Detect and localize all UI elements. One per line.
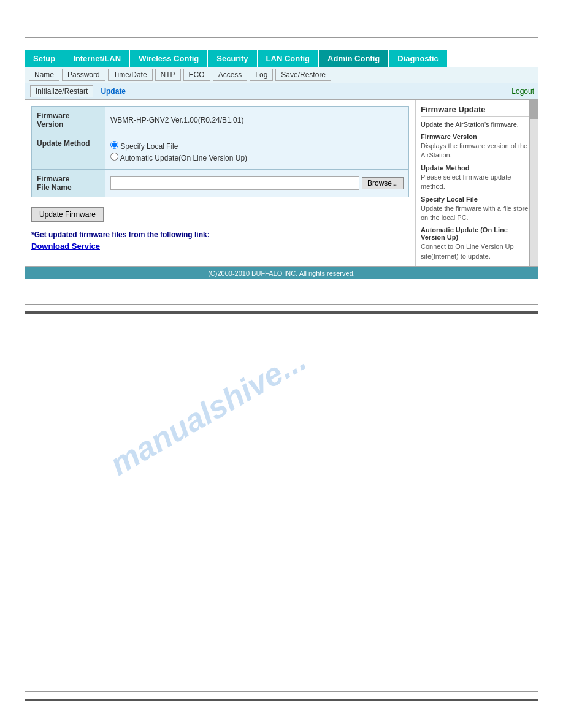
help-section-title-3: Automatic Update (On Line Version Up) bbox=[421, 226, 533, 241]
tab-security[interactable]: Security bbox=[208, 50, 257, 67]
logout-link[interactable]: Logout bbox=[511, 87, 534, 96]
subtab-save-restore[interactable]: Save/Restore bbox=[275, 69, 331, 81]
footer-bar: (C)2000-2010 BUFFALO INC. All rights res… bbox=[25, 267, 538, 279]
bottom-rule-3 bbox=[25, 691, 538, 692]
subtab-log[interactable]: Log bbox=[250, 69, 273, 81]
help-panel: Firmware Update Update the AirStation's … bbox=[415, 100, 538, 266]
subtab-ntp[interactable]: NTP bbox=[155, 69, 181, 81]
firmware-version-row: FirmwareVersion WBMR-HP-GNV2 Ver.1.00(R0… bbox=[32, 107, 409, 134]
update-method-label: Update Method bbox=[32, 134, 105, 170]
subtab-eco[interactable]: ECO bbox=[183, 69, 210, 81]
firmware-filename-row: FirmwareFile Name Browse... bbox=[32, 170, 409, 197]
tab-lan-config[interactable]: LAN Config bbox=[258, 50, 319, 67]
subtab-update[interactable]: Update bbox=[96, 86, 131, 97]
radio-local-file-text: Specify Local File bbox=[120, 142, 178, 151]
firmware-file-input[interactable] bbox=[110, 176, 359, 190]
bottom-rule-1 bbox=[25, 304, 538, 305]
scrollbar-thumb bbox=[530, 100, 538, 119]
sub-tabs-row2: Initialize/Restart Update Logout bbox=[25, 83, 538, 100]
main-panel-layout: FirmwareVersion WBMR-HP-GNV2 Ver.1.00(R0… bbox=[25, 100, 538, 267]
help-section-text-2: Update the firmware with a file stored o… bbox=[421, 204, 533, 223]
subtab-access[interactable]: Access bbox=[213, 69, 248, 81]
help-section-text-0: Displays the firmware version of the Air… bbox=[421, 142, 533, 161]
browse-button[interactable]: Browse... bbox=[362, 177, 404, 189]
sub-tabs-row1: Name Password Time/Date NTP ECO Access L… bbox=[25, 67, 538, 83]
firmware-filename-value: Browse... bbox=[105, 170, 409, 197]
firmware-version-label: FirmwareVersion bbox=[32, 107, 105, 134]
update-firmware-button[interactable]: Update Firmware bbox=[31, 207, 104, 222]
main-nav: Setup Internet/LAN Wireless Config Secur… bbox=[25, 50, 538, 67]
help-section-local-file: Specify Local File Update the firmware w… bbox=[421, 195, 533, 223]
help-section-title-2: Specify Local File bbox=[421, 195, 533, 203]
tab-internet-lan[interactable]: Internet/LAN bbox=[64, 50, 130, 67]
help-intro: Update the AirStation's firmware. bbox=[421, 121, 533, 128]
tab-diagnostic[interactable]: Diagnostic bbox=[389, 50, 447, 67]
firmware-filename-label: FirmwareFile Name bbox=[32, 170, 105, 197]
radio-local-file[interactable] bbox=[110, 141, 118, 149]
firmware-version-text: WBMR-HP-GNV2 Ver.1.00(R0.24/B1.01) bbox=[110, 116, 243, 124]
radio-auto-update-label[interactable]: Automatic Update(On Line Version Up) bbox=[110, 153, 404, 162]
update-method-row: Update Method Specify Local File Automat… bbox=[32, 134, 409, 170]
help-section-update-method: Update Method Please select firmware upd… bbox=[421, 164, 533, 192]
help-section-firmware-version: Firmware Version Displays the firmware v… bbox=[421, 133, 533, 161]
tab-setup[interactable]: Setup bbox=[25, 50, 64, 67]
help-title: Firmware Update bbox=[421, 105, 533, 117]
help-section-title-1: Update Method bbox=[421, 164, 533, 172]
tab-admin-config[interactable]: Admin Config bbox=[319, 50, 389, 67]
subtab-initialize-restart[interactable]: Initialize/Restart bbox=[30, 85, 93, 97]
bottom-rule-4 bbox=[25, 699, 538, 701]
help-section-title-0: Firmware Version bbox=[421, 133, 533, 140]
scrollbar[interactable] bbox=[529, 100, 538, 266]
help-section-text-3: Connect to On Line Version Up site(Inter… bbox=[421, 242, 533, 261]
subtab-timedate[interactable]: Time/Date bbox=[108, 69, 153, 81]
subtab-name[interactable]: Name bbox=[29, 69, 59, 81]
help-section-auto-update: Automatic Update (On Line Version Up) Co… bbox=[421, 226, 533, 261]
firmware-form-table: FirmwareVersion WBMR-HP-GNV2 Ver.1.00(R0… bbox=[31, 106, 409, 197]
update-method-value: Specify Local File Automatic Update(On L… bbox=[105, 134, 409, 170]
download-service-link[interactable]: Download Service bbox=[31, 241, 409, 251]
bottom-rule-2 bbox=[25, 311, 538, 314]
radio-auto-update-text: Automatic Update(On Line Version Up) bbox=[120, 154, 247, 162]
footer-text: (C)2000-2010 BUFFALO INC. All rights res… bbox=[208, 270, 355, 277]
firmware-version-value: WBMR-HP-GNV2 Ver.1.00(R0.24/B1.01) bbox=[105, 107, 409, 134]
radio-auto-update[interactable] bbox=[110, 153, 118, 161]
tab-wireless-config[interactable]: Wireless Config bbox=[130, 50, 208, 67]
info-text: *Get updated firmware files from the fol… bbox=[31, 230, 409, 239]
file-input-row: Browse... bbox=[110, 176, 404, 190]
form-panel: FirmwareVersion WBMR-HP-GNV2 Ver.1.00(R0… bbox=[25, 100, 415, 266]
subtab-password[interactable]: Password bbox=[62, 69, 105, 81]
help-section-text-1: Please select firmware update method. bbox=[421, 173, 533, 192]
radio-local-file-label[interactable]: Specify Local File bbox=[110, 141, 404, 151]
